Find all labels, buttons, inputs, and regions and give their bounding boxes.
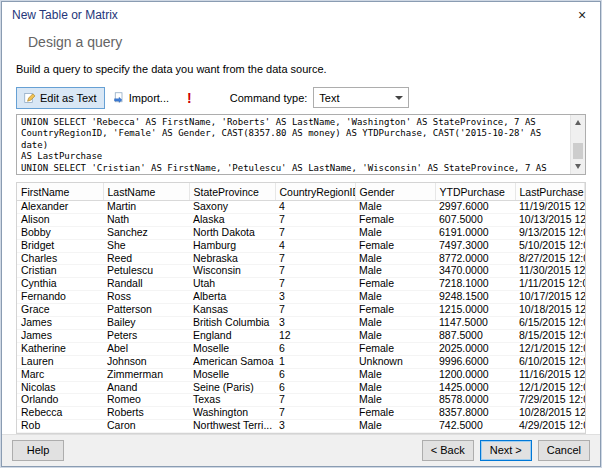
- table-row[interactable]: BobbySanchezNorth Dakota7Male6191.00009/…: [17, 226, 585, 239]
- table-row[interactable]: AlexanderMartinSaxony4Male2997.600011/19…: [17, 200, 585, 213]
- table-row[interactable]: MarcZimmermanMoselle6Male1200.000011/16/…: [17, 368, 585, 381]
- table-cell: Patterson: [103, 304, 189, 317]
- footer-bar: Help < Back Next > Cancel: [2, 434, 600, 466]
- table-cell: 1215.0000: [435, 304, 515, 317]
- scroll-down-icon[interactable]: [571, 159, 585, 174]
- results-tbody: AlexanderMartinSaxony4Male2997.600011/19…: [17, 200, 585, 433]
- table-cell: 887.5000: [435, 329, 515, 342]
- table-row[interactable]: RobCaronNorthwest Terri...3Male742.50004…: [17, 420, 585, 433]
- table-cell: 7/29/2015 12:0...: [515, 394, 585, 407]
- table-cell: Female: [355, 304, 435, 317]
- table-cell: 6191.0000: [435, 226, 515, 239]
- table-cell: Nicolas: [17, 381, 103, 394]
- table-cell: Hamburg: [189, 239, 275, 252]
- table-cell: Alison: [17, 213, 103, 226]
- column-header[interactable]: FirstName: [17, 183, 103, 200]
- table-row[interactable]: OrlandoRomeoTexas7Male8578.00007/29/2015…: [17, 394, 585, 407]
- table-cell: Fernando: [17, 291, 103, 304]
- table-cell: Anand: [103, 381, 189, 394]
- table-row[interactable]: AlisonNathAlaska7Female607.500010/13/201…: [17, 213, 585, 226]
- table-cell: She: [103, 239, 189, 252]
- chevron-down-icon: [395, 96, 403, 100]
- table-cell: 9996.6000: [435, 355, 515, 368]
- table-cell: 8578.0000: [435, 394, 515, 407]
- table-row[interactable]: LaurenJohnsonAmerican Samoa1Unknown9996.…: [17, 355, 585, 368]
- table-cell: Moselle: [189, 342, 275, 355]
- column-header[interactable]: Gender: [355, 183, 435, 200]
- table-cell: Female: [355, 342, 435, 355]
- query-text-area[interactable]: UNION SELECT 'Rebecca' AS FirstName, 'Ro…: [16, 114, 586, 176]
- table-row[interactable]: CynthiaRandallUtah7Female7218.10001/11/2…: [17, 278, 585, 291]
- column-header[interactable]: StateProvince: [189, 183, 275, 200]
- command-type-select[interactable]: Text: [313, 87, 409, 108]
- table-cell: 11/30/2015 12:...: [515, 265, 585, 278]
- table-cell: 9/13/2015 12:0...: [515, 226, 585, 239]
- table-cell: Saxony: [189, 200, 275, 213]
- table-cell: Male: [355, 381, 435, 394]
- table-row[interactable]: JamesPetersEngland12Male887.50008/15/201…: [17, 329, 585, 342]
- table-cell: 742.5000: [435, 420, 515, 433]
- table-cell: Washington: [189, 407, 275, 420]
- table-cell: Male: [355, 368, 435, 381]
- edit-as-text-button[interactable]: Edit as Text: [16, 87, 105, 109]
- table-cell: 10/17/2015 12:...: [515, 291, 585, 304]
- query-text[interactable]: UNION SELECT 'Rebecca' AS FirstName, 'Ro…: [17, 115, 569, 175]
- edit-as-text-label: Edit as Text: [40, 92, 97, 104]
- table-cell: Roberts: [103, 407, 189, 420]
- table-cell: Male: [355, 394, 435, 407]
- table-cell: 11/16/2015 12:...: [515, 368, 585, 381]
- new-table-or-matrix-dialog: New Table or Matrix × Design a query Bui…: [1, 1, 601, 467]
- help-button[interactable]: Help: [12, 440, 64, 461]
- table-cell: Unknown: [355, 355, 435, 368]
- table-cell: 3: [275, 291, 355, 304]
- query-scrollbar[interactable]: [570, 115, 585, 175]
- command-type-value: Text: [319, 92, 339, 104]
- page-title: Design a query: [28, 34, 600, 50]
- run-query-icon[interactable]: !: [187, 87, 192, 109]
- pencil-icon: [24, 92, 36, 104]
- next-button[interactable]: Next >: [480, 440, 532, 461]
- import-button[interactable]: Import...: [105, 87, 177, 109]
- table-cell: 7: [275, 265, 355, 278]
- query-toolbar: Edit as Text Import... ! Command type: T…: [16, 86, 586, 110]
- table-cell: 4/29/2015 12:0...: [515, 420, 585, 433]
- column-header[interactable]: YTDPurchase: [435, 183, 515, 200]
- table-cell: 12: [275, 329, 355, 342]
- table-cell: Bridget: [17, 239, 103, 252]
- table-cell: 7: [275, 226, 355, 239]
- table-cell: England: [189, 329, 275, 342]
- cancel-button[interactable]: Cancel: [538, 440, 590, 461]
- table-cell: 6: [275, 342, 355, 355]
- table-cell: 12/1/2015 12:0...: [515, 381, 585, 394]
- scrollbar-thumb[interactable]: [573, 143, 583, 159]
- table-cell: Katherine: [17, 342, 103, 355]
- table-row[interactable]: NicolasAnandSeine (Paris)6Male1425.00001…: [17, 381, 585, 394]
- table-row[interactable]: CristianPetulescuWisconsin7Male3470.0000…: [17, 265, 585, 278]
- results-grid: FirstNameLastNameStateProvinceCountryReg…: [16, 182, 586, 433]
- table-row[interactable]: CharlesReedNebraska7Male8772.00008/27/20…: [17, 252, 585, 265]
- table-cell: Male: [355, 420, 435, 433]
- table-cell: Kansas: [189, 304, 275, 317]
- back-button[interactable]: < Back: [422, 440, 474, 461]
- table-cell: Male: [355, 317, 435, 330]
- table-cell: Nebraska: [189, 252, 275, 265]
- column-header[interactable]: CountryRegionID: [275, 183, 355, 200]
- table-row[interactable]: KatherineAbelMoselle6Female2025.000012/1…: [17, 342, 585, 355]
- table-cell: Zimmerman: [103, 368, 189, 381]
- scroll-up-icon[interactable]: [571, 115, 585, 130]
- table-row[interactable]: RebeccaRobertsWashington7Female8357.8000…: [17, 407, 585, 420]
- column-header[interactable]: LastName: [103, 183, 189, 200]
- table-cell: 7218.1000: [435, 278, 515, 291]
- table-cell: Orlando: [17, 394, 103, 407]
- table-row[interactable]: GracePattersonKansas7Female1215.000010/1…: [17, 304, 585, 317]
- table-cell: James: [17, 329, 103, 342]
- table-cell: Randall: [103, 278, 189, 291]
- table-row[interactable]: BridgetSheHamburg4Female7497.30005/10/20…: [17, 239, 585, 252]
- table-row[interactable]: JamesBaileyBritish Columbia3Male1147.500…: [17, 317, 585, 330]
- column-header[interactable]: LastPurchase: [515, 183, 585, 200]
- table-row[interactable]: FernandoRossAlberta3Male9248.150010/17/2…: [17, 291, 585, 304]
- table-cell: 7: [275, 252, 355, 265]
- close-icon[interactable]: ×: [564, 2, 600, 28]
- table-cell: Female: [355, 278, 435, 291]
- table-cell: Female: [355, 213, 435, 226]
